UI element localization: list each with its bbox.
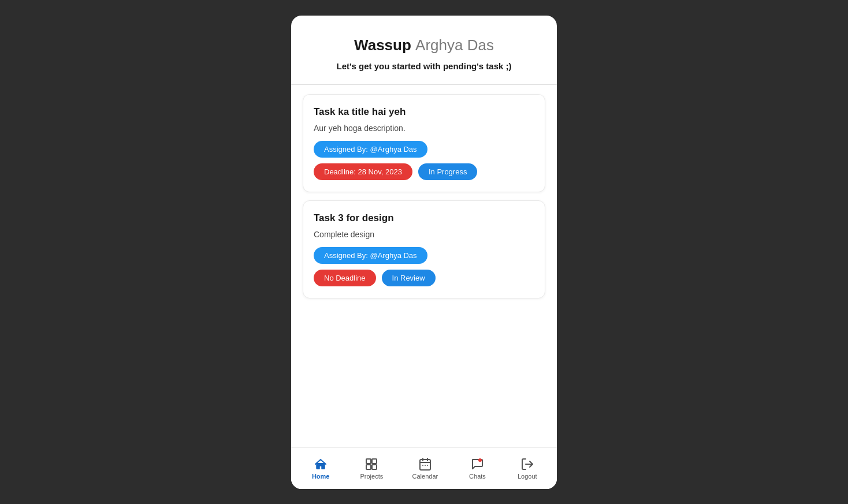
deadline-badge-1: Deadline: 28 Nov, 2023 (314, 163, 412, 180)
nav-label-home: Home (312, 473, 330, 480)
greeting-user: Arghya Das (415, 36, 494, 54)
task-badges-2: Assigned By: @Arghya Das No Deadline In … (314, 247, 534, 286)
task-description-2: Complete design (314, 230, 534, 239)
header-title: Wassup Arghya Das (305, 36, 543, 54)
badge-row-status-2: No Deadline In Review (314, 270, 534, 286)
calendar-icon (418, 457, 432, 471)
deadline-badge-2: No Deadline (314, 270, 376, 286)
task-badges-1: Assigned By: @Arghya Das Deadline: 28 No… (314, 141, 534, 180)
nav-label-calendar: Calendar (412, 473, 438, 480)
greeting-prefix: Wassup (354, 36, 411, 54)
nav-item-calendar[interactable]: Calendar (406, 454, 445, 483)
svg-point-8 (478, 458, 482, 462)
svg-point-7 (427, 465, 428, 466)
svg-rect-1 (372, 459, 377, 464)
task-description-1: Aur yeh hoga description. (314, 124, 534, 133)
nav-label-chats: Chats (469, 473, 486, 480)
svg-point-5 (422, 465, 423, 466)
logout-icon (520, 457, 534, 471)
task-title-2: Task 3 for design (314, 212, 534, 224)
task-title-1: Task ka title hai yeh (314, 106, 534, 118)
task-card-2[interactable]: Task 3 for design Complete design Assign… (303, 200, 545, 298)
app-container: Wassup Arghya Das Let's get you started … (291, 16, 557, 489)
status-badge-2: In Review (382, 270, 436, 286)
home-icon (314, 457, 328, 471)
svg-point-6 (425, 465, 426, 466)
assigned-badge-1: Assigned By: @Arghya Das (314, 141, 427, 158)
nav-item-chats[interactable]: Chats (460, 454, 494, 483)
chats-icon (470, 457, 484, 471)
svg-rect-2 (366, 465, 371, 469)
nav-item-home[interactable]: Home (303, 454, 338, 483)
header-section: Wassup Arghya Das Let's get you started … (291, 16, 557, 85)
content-area: Task ka title hai yeh Aur yeh hoga descr… (291, 85, 557, 447)
header-subtitle: Let's get you started with pending's tas… (305, 60, 543, 73)
badge-row-assigned-2: Assigned By: @Arghya Das (314, 247, 534, 264)
bottom-nav: Home Projects Calendar (291, 447, 557, 489)
svg-rect-0 (366, 459, 371, 464)
nav-label-projects: Projects (360, 473, 383, 480)
task-card-1[interactable]: Task ka title hai yeh Aur yeh hoga descr… (303, 94, 545, 192)
badge-row-assigned-1: Assigned By: @Arghya Das (314, 141, 534, 158)
assigned-badge-2: Assigned By: @Arghya Das (314, 247, 427, 264)
nav-item-projects[interactable]: Projects (353, 454, 390, 483)
nav-label-logout: Logout (518, 473, 537, 480)
status-badge-1: In Progress (418, 163, 477, 180)
nav-item-logout[interactable]: Logout (510, 454, 545, 483)
svg-rect-3 (372, 465, 377, 469)
badge-row-status-1: Deadline: 28 Nov, 2023 In Progress (314, 163, 534, 180)
projects-icon (365, 457, 378, 471)
